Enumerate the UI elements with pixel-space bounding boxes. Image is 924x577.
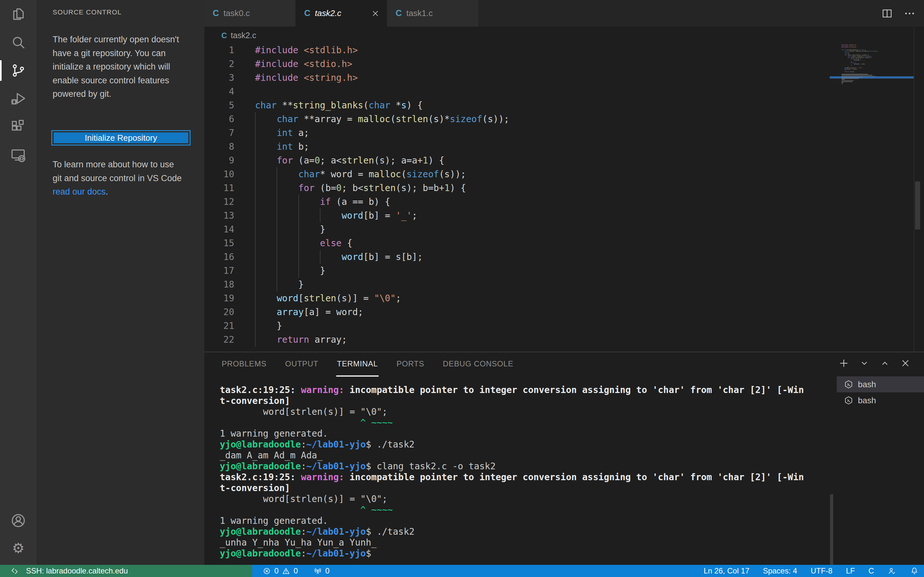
breadcrumb[interactable]: C task2.c [204, 27, 910, 44]
panel-actions [838, 358, 911, 369]
terminal-output[interactable]: task2.c:19:25: warning: incompatible poi… [220, 385, 804, 559]
bash-terminal-icon [844, 396, 853, 405]
notifications-bell-icon[interactable] [910, 565, 919, 577]
remote-indicator[interactable]: SSH: labradoodle.caltech.edu [0, 565, 252, 577]
code-line-15: 15else { [204, 236, 509, 250]
panel-tab-debug-console[interactable]: DEBUG CONSOLE [442, 352, 514, 377]
more-actions-icon[interactable] [903, 7, 916, 19]
terminal-line-8: yjo@labradoodle:~/lab01-yjo$ clang task2… [220, 461, 804, 472]
activity-item-remote-explorer[interactable] [0, 141, 37, 169]
minimap-code: #include <stdlib.h>#include <stdio.h>#in… [842, 44, 878, 84]
panel-tab-ports[interactable]: PORTS [396, 352, 425, 377]
read-our-docs-link[interactable]: read our docs [53, 187, 105, 197]
terminal-instance-1[interactable]: bash [837, 376, 924, 392]
account-icon [10, 512, 27, 529]
code-line-10: 10char* word = malloc(sizeof(s)); [204, 167, 509, 181]
c-file-icon: C [396, 8, 402, 18]
activity-item-explorer[interactable] [0, 0, 37, 28]
terminal-instance-2[interactable]: bash [837, 392, 924, 408]
indentation-status[interactable]: Spaces: 4 [763, 565, 797, 577]
line-number: 21 [204, 319, 234, 333]
tab-close-icon[interactable] [371, 9, 380, 18]
terminal-scrollbar-thumb[interactable] [830, 494, 833, 565]
panel-tab-terminal[interactable]: TERMINAL [336, 352, 379, 377]
new-terminal-icon[interactable] [838, 358, 850, 369]
scm-docs-message: To learn more about how to use git and s… [53, 158, 185, 199]
terminal-line-10: t-conversion] [220, 483, 804, 494]
line-number: 19 [204, 292, 234, 305]
line-number: 8 [204, 140, 234, 153]
eol-status[interactable]: LF [846, 565, 855, 577]
tab-task0.c[interactable]: Ctask0.c [204, 0, 296, 27]
line-number: 13 [204, 209, 234, 222]
line-number: 5 [204, 98, 234, 112]
initialize-repository-button[interactable]: Initialize Repository [51, 130, 191, 145]
feedback-icon[interactable] [887, 565, 897, 577]
terminal-line-7: _dam A_am Ad_m Ada_ [220, 450, 804, 461]
code-line-2: 2#include <stdio.h> [204, 57, 509, 71]
code-line-17: 17} [204, 264, 509, 277]
minimap[interactable]: #include <stdlib.h>#include <stdio.h>#in… [830, 44, 914, 211]
maximize-panel-icon[interactable] [879, 358, 891, 369]
close-panel-icon[interactable] [900, 358, 911, 369]
line-number: 20 [204, 305, 234, 319]
language-mode[interactable]: C [869, 565, 874, 577]
problems-status[interactable]: 0 0 [262, 565, 298, 577]
panel: PROBLEMSOUTPUTTERMINALPORTSDEBUG CONSOLE… [204, 351, 924, 565]
activity-bar-bottom: ⚙ [0, 506, 37, 563]
panel-tab-output[interactable]: OUTPUT [284, 352, 319, 377]
settings-icon: ⚙ [10, 540, 27, 557]
line-number: 14 [204, 222, 234, 236]
activity-item-settings[interactable]: ⚙ [0, 535, 37, 563]
remote-explorer-icon [10, 147, 27, 163]
terminal-instance-list: bashbash [837, 376, 924, 408]
line-number: 10 [204, 167, 234, 181]
terminal-line-14: yjo@labradoodle:~/lab01-yjo$ ./task2 [220, 526, 804, 537]
tab-label: task1.c [407, 8, 433, 18]
tab-label: task2.c [315, 8, 341, 18]
terminal-line-15: _unha Y_nha Yu_ha Yun_a Yunh_ [220, 537, 804, 548]
run-and-debug-icon [10, 90, 27, 107]
terminal-line-16: yjo@labradoodle:~/lab01-yjo$ [220, 548, 804, 559]
terminal-instance-label: bash [858, 396, 876, 406]
code-line-8: 8int b; [204, 140, 509, 153]
tab-task1.c[interactable]: Ctask1.c [387, 0, 479, 27]
activity-item-source-control[interactable] [0, 56, 37, 85]
activity-item-search[interactable] [0, 28, 37, 56]
code-line-19: 19word[strlen(s)] = "\0"; [204, 292, 509, 305]
remote-icon [10, 567, 19, 575]
split-editor-icon[interactable] [881, 7, 893, 19]
radio-tower-icon [313, 567, 322, 575]
terminal-line-2: t-conversion] [220, 396, 804, 406]
cursor-position[interactable]: Ln 26, Col 17 [704, 565, 750, 577]
activity-item-account[interactable] [0, 506, 37, 535]
editor-actions [881, 0, 916, 27]
extensions-icon [10, 119, 27, 135]
line-number: 1 [204, 43, 234, 57]
search-icon [10, 34, 27, 51]
sidebar-source-control: SOURCE CONTROL The folder currently open… [37, 0, 204, 565]
code-line-9: 9for (a=0; a<strlen(s); a=a+1) { [204, 153, 509, 167]
ports-status[interactable]: 0 [313, 565, 330, 577]
code-line-22: 22return array; [204, 333, 509, 347]
activity-item-run-and-debug[interactable] [0, 85, 37, 113]
remote-label: SSH: labradoodle.caltech.edu [26, 566, 128, 575]
code-line-1: 1#include <stdlib.h> [204, 43, 509, 57]
editor-scrollbar-thumb[interactable] [915, 181, 920, 229]
terminal-line-4: ^ ~~~~ [220, 417, 804, 428]
docs-text-before: To learn more about how to use git and s… [53, 160, 182, 183]
panel-tab-problems[interactable]: PROBLEMS [221, 352, 267, 377]
code-line-12: 12if (a == b) { [204, 195, 509, 209]
activity-bar-top [0, 0, 37, 169]
code-editor[interactable]: 1#include <stdlib.h>2#include <stdio.h>3… [204, 43, 509, 347]
terminal-instance-label: bash [858, 380, 876, 390]
terminal-dropdown-icon[interactable] [859, 358, 870, 369]
warning-count: 0 [294, 566, 298, 575]
code-line-6: 6char **array = malloc(strlen(s)*sizeof(… [204, 112, 509, 126]
status-bar-right: Ln 26, Col 17 Spaces: 4 UTF-8 LF C [704, 565, 919, 577]
terminal-line-6: yjo@labradoodle:~/lab01-yjo$ ./task2 [220, 439, 804, 450]
overview-ruler-border [914, 27, 914, 351]
encoding-status[interactable]: UTF-8 [811, 565, 833, 577]
activity-item-extensions[interactable] [0, 113, 37, 141]
tab-task2.c[interactable]: Ctask2.c [296, 0, 387, 27]
